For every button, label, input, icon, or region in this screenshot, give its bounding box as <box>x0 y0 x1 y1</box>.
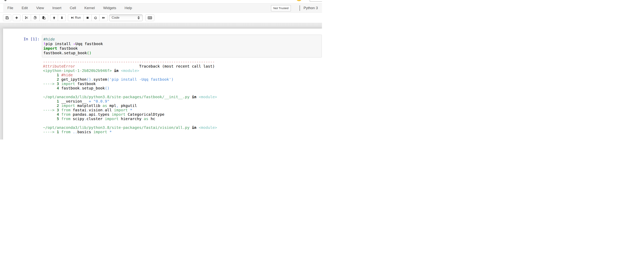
menu-item-insert[interactable]: Insert <box>48 4 66 12</box>
run-label: Run <box>75 16 81 20</box>
run-icon <box>71 16 74 19</box>
menu-bar: FileEditViewInsertCellKernelWidgetsHelp … <box>0 3 322 13</box>
cell-output-area: ----------------------------------------… <box>43 60 322 134</box>
save-button[interactable] <box>3 15 11 21</box>
keyboard-icon <box>148 16 152 19</box>
error-traceback: ----------------------------------------… <box>43 60 322 134</box>
cell-type-select[interactable]: Code <box>109 15 143 21</box>
move-cell-up-button[interactable] <box>50 15 58 21</box>
scissors-icon <box>25 16 28 20</box>
run-button-group: Run <box>68 15 108 21</box>
cell-input-row: In [1]: #hide !pip install -Uqq fastbook… <box>3 35 322 58</box>
select-caret-icon <box>138 16 140 20</box>
menu-list: FileEditViewInsertCellKernelWidgetsHelp <box>3 4 136 12</box>
copy-cells-button[interactable] <box>31 15 40 21</box>
code-editor[interactable]: #hide !pip install -Uqq fastbook import … <box>42 35 322 58</box>
arrow-up-icon <box>52 16 56 20</box>
notification-blob-icon <box>297 0 301 1</box>
menu-item-help[interactable]: Help <box>120 4 136 12</box>
restart-icon <box>94 16 97 20</box>
command-palette-button[interactable] <box>146 15 154 21</box>
code-text: #hide !pip install -Uqq fastbook import … <box>43 37 320 55</box>
menu-item-view[interactable]: View <box>32 4 48 12</box>
notebook-container: In [1]: #hide !pip install -Uqq fastbook… <box>3 29 322 140</box>
cut-cells-button[interactable] <box>22 15 31 21</box>
menu-item-edit[interactable]: Edit <box>18 4 32 12</box>
clipboard-paste-icon <box>42 16 46 20</box>
plus-icon <box>15 16 18 20</box>
logout-button-partial[interactable] <box>310 0 322 2</box>
input-prompt: In [1]: <box>3 35 42 41</box>
menu-item-widgets[interactable]: Widgets <box>99 4 120 12</box>
kernel-name-label: Python 3 <box>304 4 318 12</box>
stop-icon <box>86 16 89 19</box>
kernel-separator <box>300 5 300 11</box>
browser-top-strip <box>0 0 322 3</box>
menu-item-kernel[interactable]: Kernel <box>80 4 99 12</box>
run-cell-button[interactable]: Run <box>68 15 84 21</box>
copy-icon <box>34 16 37 20</box>
code-cell[interactable]: In [1]: #hide !pip install -Uqq fastbook… <box>3 35 322 134</box>
notebook-toolbar: Run Code <box>0 13 322 23</box>
jupyter-notebook-window: FileEditViewInsertCellKernelWidgetsHelp … <box>0 0 322 140</box>
restart-run-all-button[interactable] <box>99 15 108 21</box>
cell-type-value: Code <box>112 16 120 20</box>
notebook-page-background: In [1]: #hide !pip install -Uqq fastbook… <box>0 23 322 140</box>
menu-item-cell[interactable]: Cell <box>66 4 80 12</box>
fast-forward-icon <box>102 16 105 20</box>
not-trusted-button[interactable]: Not Trusted <box>271 5 291 11</box>
move-button-group <box>50 15 66 21</box>
menu-item-file[interactable]: File <box>3 4 18 12</box>
arrow-down-icon <box>60 16 64 20</box>
restart-kernel-button[interactable] <box>92 15 100 21</box>
move-cell-down-button[interactable] <box>58 15 66 21</box>
insert-cell-button[interactable] <box>13 15 20 21</box>
save-icon <box>6 16 9 20</box>
jupyter-logo-partial-icon <box>4 0 6 1</box>
paste-cells-button[interactable] <box>39 15 48 21</box>
edit-button-group <box>22 15 48 21</box>
interrupt-kernel-button[interactable] <box>84 15 92 21</box>
